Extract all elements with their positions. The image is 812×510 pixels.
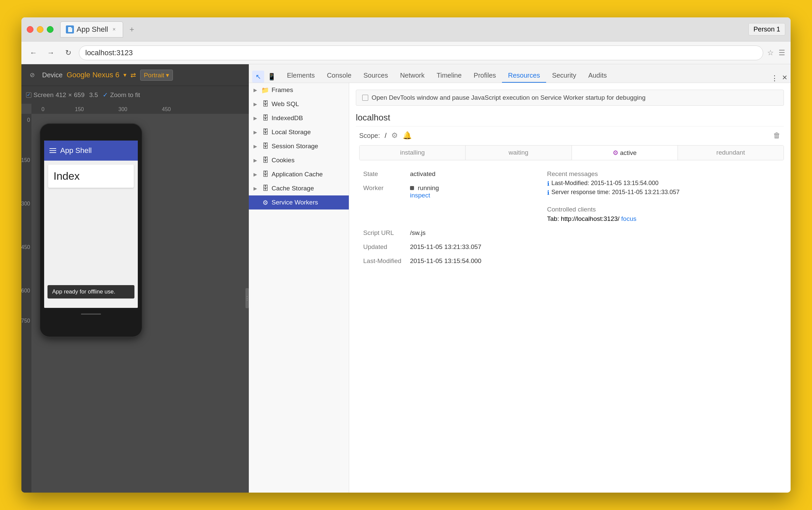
hamburger-line-1 <box>50 148 56 149</box>
sw-last-modified-label: Last-Modified <box>359 254 406 268</box>
sw-client-prefix: Tab: http://localhost:3123/ <box>547 215 620 222</box>
sw-bell-icon[interactable]: 🔔 <box>403 131 412 140</box>
sw-updated-value: 2015-11-05 13:21:33.057 <box>406 240 540 254</box>
close-devtools-button[interactable]: × <box>782 72 787 83</box>
sidebar-item-cookies[interactable]: ▶ 🗄 Cookies <box>249 153 349 167</box>
browser-window: 📄 App Shell × + Person 1 ← → ↻ localhost… <box>21 18 791 492</box>
nav-icons: ☆ ☰ <box>767 49 785 57</box>
device-panel: ⊘ Device Google Nexus 6 ▾ ⇄ Portrait ▾ S… <box>21 64 249 492</box>
ruler-label-v600: 600 <box>21 288 30 294</box>
sw-tab-installing[interactable]: installing <box>360 146 465 160</box>
device-label: Device <box>42 71 63 79</box>
sidebar-item-local-storage[interactable]: ▶ 🗄 Local Storage <box>249 125 349 139</box>
sw-empty-cell <box>540 226 787 240</box>
gear-icon: ⚙ <box>613 149 619 156</box>
maximize-window-button[interactable] <box>47 26 54 33</box>
sw-debug-banner: Open DevTools window and pause JavaScrip… <box>356 90 784 106</box>
sw-script-url-label: Script URL <box>359 226 406 240</box>
new-tab-button[interactable]: + <box>125 23 139 36</box>
swap-dimensions-button[interactable]: ⇄ <box>130 71 136 79</box>
sw-recent-messages-label: Recent messages <box>547 170 781 178</box>
sw-debug-checkbox[interactable] <box>362 95 368 101</box>
db-icon: 🗄 <box>262 185 269 192</box>
close-tab-button[interactable]: × <box>111 26 117 33</box>
sw-banner-text: Open DevTools window and pause JavaScrip… <box>371 94 645 102</box>
sw-focus-link[interactable]: focus <box>621 215 636 222</box>
sidebar-item-service-workers[interactable]: ⚙ Service Workers <box>249 195 349 209</box>
address-bar[interactable]: localhost:3123 <box>79 46 763 60</box>
sw-running-text: running <box>418 185 439 191</box>
cursor-tool-button[interactable]: ↖ <box>252 70 264 83</box>
sidebar-item-indexeddb[interactable]: ▶ 🗄 IndexedDB <box>249 111 349 125</box>
sw-worker-label: Worker <box>359 181 406 202</box>
sw-delete-button[interactable]: 🗑 <box>773 131 781 140</box>
forward-button[interactable]: → <box>44 46 58 60</box>
sw-details-table: State activated Recent messages ℹ Last-M… <box>359 167 787 268</box>
sidebar-item-websql[interactable]: ▶ 🗄 Web SQL <box>249 97 349 111</box>
tab-resources[interactable]: Resources <box>502 69 546 83</box>
sidebar-item-app-cache[interactable]: ▶ 🗄 Application Cache <box>249 167 349 181</box>
sw-updated-label: Updated <box>359 240 406 254</box>
address-text: localhost:3123 <box>85 49 133 57</box>
sw-tab-active[interactable]: ⚙ active <box>572 146 678 160</box>
ruler-vertical: 0 150 300 450 600 750 <box>21 114 31 492</box>
browser-tab[interactable]: 📄 App Shell × <box>60 21 123 37</box>
back-button[interactable]: ← <box>27 46 40 60</box>
sidebar-item-cache-storage-label: Cache Storage <box>272 185 314 192</box>
sw-tab-redundant[interactable]: redundant <box>678 146 784 160</box>
sw-message-1: ℹ Last-Modified: 2015-11-05 13:15:54.000 <box>547 180 781 188</box>
more-tabs-button[interactable]: ⋮ <box>771 74 778 83</box>
ruler-label-v150: 150 <box>21 157 30 163</box>
bookmark-icon[interactable]: ☆ <box>767 49 774 57</box>
sw-clients-spacer <box>359 202 406 226</box>
person-button[interactable]: Person 1 <box>748 23 785 35</box>
arrow-icon: ▶ <box>253 144 259 149</box>
tab-timeline[interactable]: Timeline <box>431 69 468 83</box>
tab-console[interactable]: Console <box>321 69 357 83</box>
zoom-to-fit-area: Zoom to fit <box>103 91 140 99</box>
resize-handle[interactable]: ⋮ <box>245 288 249 308</box>
ruler-label-150: 150 <box>75 106 84 112</box>
screen-checkbox[interactable] <box>26 92 31 98</box>
arrow-icon: ▶ <box>253 172 259 177</box>
sidebar-item-cache-storage[interactable]: ▶ 🗄 Cache Storage <box>249 181 349 195</box>
arrow-icon: ▶ <box>253 130 259 135</box>
reload-button[interactable]: ↻ <box>62 46 75 60</box>
tab-bar: 📄 App Shell × + <box>60 21 745 37</box>
tab-elements[interactable]: Elements <box>281 69 321 83</box>
db-icon: 🗄 <box>262 101 269 108</box>
sidebar-item-frames[interactable]: ▶ 📁 Frames <box>249 83 349 97</box>
folder-icon: 📁 <box>262 86 269 94</box>
sidebar-item-session-storage[interactable]: ▶ 🗄 Session Storage <box>249 139 349 153</box>
mobile-tool-button[interactable]: 📱 <box>266 70 278 83</box>
screen-info: Screen 412 × 659 <box>26 91 85 99</box>
tab-security[interactable]: Security <box>546 69 582 83</box>
tab-network[interactable]: Network <box>394 69 430 83</box>
tab-title: App Shell <box>77 25 108 34</box>
devtools-panel: ↖ 📱 Elements Console Sources Network Tim… <box>249 64 791 492</box>
menu-icon[interactable]: ☰ <box>779 49 785 57</box>
sw-settings-icon[interactable]: ⚙ <box>391 131 398 140</box>
tab-sources[interactable]: Sources <box>358 69 394 83</box>
sw-inspect-link[interactable]: inspect <box>410 192 430 199</box>
arrow-icon: ▶ <box>253 115 259 121</box>
device-toggle-button[interactable]: ⊘ <box>26 69 38 81</box>
sw-message-2-text: Server response time: 2015-11-05 13:21:3… <box>551 189 680 196</box>
tab-audits[interactable]: Audits <box>582 69 613 83</box>
tab-profiles[interactable]: Profiles <box>468 69 502 83</box>
hamburger-icon[interactable] <box>50 148 56 153</box>
close-window-button[interactable] <box>27 26 33 33</box>
sw-tab-waiting[interactable]: waiting <box>465 146 572 160</box>
ruler-label-v750: 750 <box>21 318 30 324</box>
screen-x-label: × <box>68 91 72 99</box>
phone-nav-bar <box>44 308 138 320</box>
device-name-label[interactable]: Google Nexus 6 <box>66 70 119 79</box>
zoom-checkbox[interactable] <box>103 91 108 99</box>
portrait-button[interactable]: Portrait ▾ <box>140 69 173 81</box>
phone-app-header: App Shell <box>44 141 138 161</box>
service-workers-main: Open DevTools window and pause JavaScrip… <box>349 83 791 492</box>
info-icon-1: ℹ <box>547 180 549 188</box>
ruler-label-v450: 450 <box>21 244 30 250</box>
minimize-window-button[interactable] <box>37 26 43 33</box>
device-dropdown-arrow[interactable]: ▾ <box>123 71 126 79</box>
